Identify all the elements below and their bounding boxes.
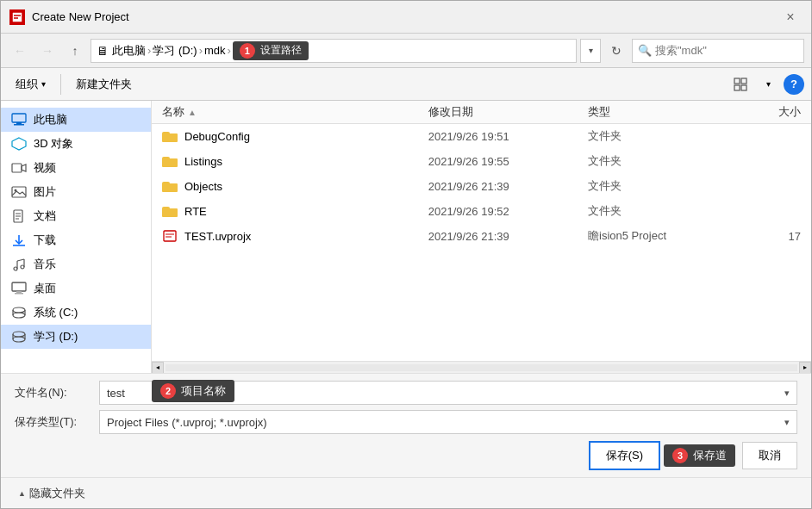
search-icon: 🔍	[638, 44, 652, 57]
table-row[interactable]: TEST.uvprojx 2021/9/26 21:39 瞻ision5 Pro…	[152, 224, 811, 249]
refresh-button[interactable]: ↻	[604, 39, 628, 63]
sidebar-item-drive-d[interactable]: 学习 (D:)	[1, 325, 151, 349]
col-type-header[interactable]: 类型	[588, 104, 747, 120]
table-row[interactable]: DebugConfig 2021/9/26 19:51 文件夹	[152, 124, 811, 149]
sidebar-item-download[interactable]: 下载	[1, 228, 151, 252]
sidebar-item-desktop[interactable]: 桌面	[1, 276, 151, 301]
svg-rect-0	[12, 12, 22, 22]
svg-rect-24	[12, 282, 26, 291]
table-row[interactable]: Listings 2021/9/26 19:55 文件夹	[152, 149, 811, 174]
sidebar-drive-c-label: 系统 (C:)	[34, 305, 78, 320]
organize-button[interactable]: 组织 ▾	[8, 72, 53, 96]
file-date-cell: 2021/9/26 19:52	[428, 205, 588, 218]
svg-point-19	[14, 267, 17, 270]
folder-icon	[162, 180, 178, 192]
app-icon	[9, 9, 25, 25]
bottom-actions: 保存(S) 3 保存道 取消	[15, 441, 797, 470]
save-tooltip-box: 3 保存道	[664, 444, 735, 467]
svg-rect-6	[16, 122, 22, 124]
svg-rect-7	[14, 124, 24, 126]
search-input[interactable]	[655, 44, 800, 57]
filename-input-container[interactable]: test 2 项目名称 ▾	[99, 381, 797, 405]
toolbar-right: ▾ ?	[728, 72, 804, 96]
filetype-dropdown-icon: ▾	[784, 417, 790, 428]
file-name-cell: Objects	[162, 180, 428, 193]
toolbar: 组织 ▾ 新建文件夹 ▾ ?	[1, 68, 811, 101]
folder-icon	[162, 205, 178, 217]
table-row[interactable]: Objects 2021/9/26 21:39 文件夹	[152, 174, 811, 199]
file-area: 名称 ▲ 修改日期 类型 大小	[152, 101, 811, 373]
image-icon	[11, 184, 27, 200]
col-date-header[interactable]: 修改日期	[428, 104, 588, 120]
file-type-cell: 文件夹	[588, 153, 747, 169]
save-tooltip-area: 3 保存道	[664, 444, 735, 467]
sidebar-item-3d[interactable]: 3D 对象	[1, 132, 151, 156]
nav-up-button[interactable]: ↑	[63, 39, 87, 63]
search-box[interactable]: 🔍	[632, 39, 804, 63]
download-icon	[11, 233, 27, 248]
sidebar-item-music[interactable]: 音乐	[1, 252, 151, 276]
view-dropdown-button[interactable]: ▾	[756, 72, 780, 96]
breadcrumb-computer[interactable]: 🖥 此电脑	[97, 43, 146, 59]
nav-forward-button[interactable]: →	[35, 39, 59, 63]
h-scroll-left-button[interactable]: ◂	[152, 362, 164, 374]
sidebar: 此电脑 3D 对象 视频	[1, 101, 152, 373]
horizontal-scrollbar[interactable]: ◂ ▸	[152, 361, 811, 373]
sidebar-item-document[interactable]: 文档	[1, 204, 151, 228]
save-label: 保存(S)	[606, 448, 643, 463]
svg-rect-4	[741, 85, 746, 90]
breadcrumb-dropdown-button[interactable]: ▾	[580, 39, 601, 63]
save-button[interactable]: 保存(S)	[589, 441, 660, 470]
sidebar-image-label: 图片	[34, 184, 56, 200]
sidebar-item-video[interactable]: 视频	[1, 156, 151, 180]
breadcrumb-drive[interactable]: 学习 (D:)	[153, 43, 197, 59]
nav-back-button[interactable]: ←	[8, 39, 32, 63]
sidebar-video-label: 视频	[34, 160, 56, 176]
svg-point-34	[13, 337, 25, 342]
folder-icon	[162, 130, 178, 142]
h-scroll-right-button[interactable]: ▸	[799, 362, 811, 374]
cancel-button[interactable]: 取消	[742, 442, 797, 469]
computer-icon	[11, 112, 27, 127]
help-button[interactable]: ?	[784, 74, 804, 95]
table-row[interactable]: RTE 2021/9/26 19:52 文件夹	[152, 199, 811, 224]
file-size-cell: 17	[747, 230, 801, 243]
svg-rect-2	[741, 78, 746, 84]
file-name-cell: RTE	[162, 205, 428, 218]
organize-chevron-icon: ▾	[41, 79, 46, 89]
view-button[interactable]	[728, 72, 753, 96]
breadcrumb-active-tooltip[interactable]: 1 设置路径	[233, 41, 309, 60]
triangle-icon: ▲	[18, 489, 26, 498]
filetype-value: Project Files (*.uvproj; *.uvprojx)	[107, 416, 267, 429]
organize-label: 组织	[16, 77, 38, 92]
save-tooltip-label: 保存道	[693, 448, 727, 463]
toolbar-separator	[60, 74, 61, 95]
file-list-header: 名称 ▲ 修改日期 类型 大小	[152, 101, 811, 124]
file-type-cell: 文件夹	[588, 128, 747, 144]
svg-line-23	[17, 259, 24, 261]
svg-marker-10	[22, 164, 26, 171]
new-folder-button[interactable]: 新建文件夹	[68, 72, 140, 96]
col-name-header[interactable]: 名称 ▲	[162, 104, 428, 120]
file-name-cell: Listings	[162, 155, 428, 168]
filename-value: test	[107, 387, 125, 400]
filetype-row: 保存类型(T): Project Files (*.uvproj; *.uvpr…	[15, 410, 797, 434]
col-size-header[interactable]: 大小	[747, 104, 801, 120]
file-type-cell: 瞻ision5 Project	[588, 228, 747, 244]
filetype-input-container[interactable]: Project Files (*.uvproj; *.uvprojx) ▾	[99, 410, 797, 434]
sidebar-item-computer[interactable]: 此电脑	[1, 108, 151, 132]
filename-tooltip-badge: 2	[160, 383, 176, 399]
breadcrumb: 🖥 此电脑 › 学习 (D:) › mdk › 1 设置路径	[91, 39, 577, 63]
file-name-cell: TEST.uvprojx	[162, 229, 428, 243]
sidebar-item-image[interactable]: 图片	[1, 180, 151, 204]
close-button[interactable]: ×	[778, 5, 803, 29]
project-icon	[162, 229, 178, 243]
breadcrumb-mdk[interactable]: mdk	[204, 44, 226, 57]
sidebar-item-drive-c[interactable]: 系统 (C:)	[1, 301, 151, 325]
filename-tooltip-box: 2 项目名称	[152, 380, 234, 402]
file-type-cell: 文件夹	[588, 178, 747, 194]
sidebar-document-label: 文档	[34, 208, 56, 224]
hide-folders-button[interactable]: ▲ 隐藏文件夹	[11, 482, 92, 505]
filetype-label: 保存类型(T):	[15, 414, 92, 430]
sidebar-3d-label: 3D 对象	[34, 136, 73, 152]
